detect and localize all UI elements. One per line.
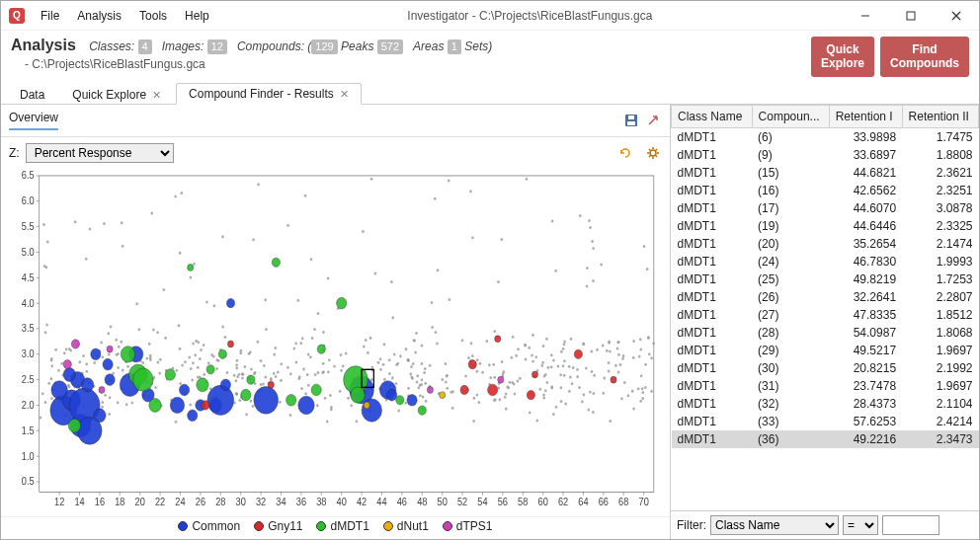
column-header[interactable]: Compoun... (752, 105, 829, 127)
menu-analysis[interactable]: Analysis (69, 5, 129, 27)
table-row[interactable]: dMDT1(28)54.09871.8068 (672, 324, 979, 342)
svg-point-257 (241, 372, 244, 375)
table-row[interactable]: dMDT1(32)28.43732.1104 (672, 395, 979, 413)
svg-point-714 (440, 391, 446, 398)
svg-point-250 (390, 280, 393, 283)
svg-point-542 (57, 369, 60, 372)
svg-point-340 (44, 401, 47, 404)
svg-point-712 (68, 419, 80, 432)
svg-point-515 (517, 379, 520, 382)
table-row[interactable]: dMDT1(29)49.52171.9697 (672, 342, 979, 359)
table-row[interactable]: dMDT1(25)49.82191.7253 (672, 270, 979, 288)
svg-text:6.0: 6.0 (22, 195, 35, 207)
svg-point-324 (632, 356, 635, 359)
table-row[interactable]: dMDT1(30)20.82152.1992 (672, 359, 979, 377)
svg-point-151 (526, 178, 529, 181)
quick-explore-button[interactable]: Quick Explore (811, 37, 874, 77)
svg-point-240 (497, 280, 500, 283)
svg-point-131 (539, 387, 542, 390)
close-icon[interactable]: ✕ (152, 89, 161, 101)
svg-point-693 (133, 368, 154, 391)
svg-point-711 (418, 406, 426, 415)
scatter-chart[interactable]: 0.51.01.52.02.53.03.54.04.55.05.56.06.51… (11, 169, 660, 512)
refresh-icon[interactable] (616, 144, 634, 162)
menubar: File Analysis Tools Help (33, 5, 217, 27)
analysis-label: Analysis (11, 37, 76, 53)
svg-point-467 (194, 353, 197, 356)
svg-point-355 (419, 394, 422, 397)
column-header[interactable]: Class Name (672, 105, 753, 127)
svg-point-478 (644, 362, 647, 365)
table-row[interactable]: dMDT1(27)47.83351.8512 (672, 306, 979, 324)
menu-file[interactable]: File (33, 5, 67, 27)
svg-rect-1 (907, 12, 915, 20)
table-row[interactable]: dMDT1(26)32.26412.2807 (672, 288, 979, 306)
svg-text:3.5: 3.5 (22, 323, 35, 335)
svg-point-468 (60, 361, 63, 364)
filter-value-input[interactable] (882, 515, 939, 535)
filter-field-select[interactable]: Class Name (710, 515, 839, 535)
svg-point-153 (421, 362, 424, 365)
legend-entry[interactable]: Gny11 (254, 519, 302, 533)
stat-peaks-label: Peaks (341, 39, 373, 53)
close-icon[interactable]: ✕ (340, 88, 349, 100)
svg-point-427 (289, 414, 292, 417)
legend-entry[interactable]: dTPS1 (443, 519, 493, 533)
svg-point-667 (207, 385, 234, 415)
table-row[interactable]: dMDT1(16)42.65622.3251 (672, 182, 979, 199)
export-icon[interactable] (644, 112, 662, 129)
table-row[interactable]: dMDT1(19)44.64462.3325 (672, 217, 979, 235)
svg-point-636 (149, 356, 152, 359)
column-header[interactable]: Retention I (829, 105, 902, 127)
svg-point-246 (152, 328, 155, 331)
table-row[interactable]: dMDT1(31)23.74781.9697 (672, 377, 979, 395)
svg-point-150 (274, 347, 277, 349)
table-row[interactable]: dMDT1(33)57.62532.4214 (672, 413, 979, 430)
tab-data[interactable]: Data (7, 84, 57, 105)
svg-point-699 (241, 389, 251, 401)
filter-op-select[interactable]: = (843, 515, 878, 535)
table-row[interactable]: dMDT1(20)35.26542.1474 (672, 235, 979, 253)
table-row[interactable]: dMDT1(36)49.22162.3473 (672, 430, 979, 448)
svg-point-577 (442, 378, 445, 381)
z-selector[interactable]: Percent Response (26, 143, 174, 163)
legend-entry[interactable]: Common (178, 519, 240, 533)
maximize-button[interactable] (888, 1, 934, 31)
table-row[interactable]: dMDT1(17)44.60703.0878 (672, 199, 979, 217)
svg-point-116 (339, 390, 342, 393)
svg-point-254 (383, 343, 386, 346)
table-row[interactable]: dMDT1(24)46.78301.9993 (672, 253, 979, 270)
svg-point-539 (540, 364, 543, 367)
tab-compound-finder-results[interactable]: Compound Finder - Results✕ (176, 83, 362, 105)
svg-point-325 (193, 263, 196, 266)
svg-point-320 (399, 354, 402, 357)
save-icon[interactable] (622, 112, 640, 129)
legend-entry[interactable]: dMDT1 (316, 519, 368, 533)
table-row[interactable]: dMDT1(9)33.68971.8808 (672, 146, 979, 164)
svg-point-463 (542, 396, 545, 399)
svg-point-380 (589, 226, 592, 229)
tab-quick-explore[interactable]: Quick Explore✕ (59, 84, 174, 105)
table-row[interactable]: dMDT1(6)33.98981.7475 (672, 127, 979, 146)
svg-point-633 (617, 341, 620, 344)
svg-point-186 (118, 345, 121, 347)
svg-text:56: 56 (498, 497, 509, 508)
svg-point-450 (207, 361, 210, 364)
svg-point-311 (552, 413, 555, 416)
minimize-button[interactable] (843, 1, 888, 31)
svg-point-333 (115, 338, 118, 341)
svg-point-625 (42, 223, 45, 226)
menu-help[interactable]: Help (177, 5, 217, 27)
table-row[interactable]: dMDT1(15)44.68212.3621 (672, 164, 979, 182)
gear-icon[interactable] (644, 144, 662, 162)
results-table-wrap[interactable]: Class NameCompoun...Retention IRetention… (671, 105, 979, 510)
column-header[interactable]: Retention II (902, 105, 978, 127)
close-button[interactable] (934, 1, 979, 31)
svg-point-291 (297, 377, 300, 380)
svg-point-140 (181, 363, 184, 366)
menu-tools[interactable]: Tools (131, 5, 175, 27)
legend-entry[interactable]: dNut1 (383, 519, 429, 533)
svg-point-576 (410, 365, 413, 368)
stat-classes-label: Classes: (89, 39, 134, 53)
find-compounds-button[interactable]: Find Compounds (880, 37, 969, 77)
